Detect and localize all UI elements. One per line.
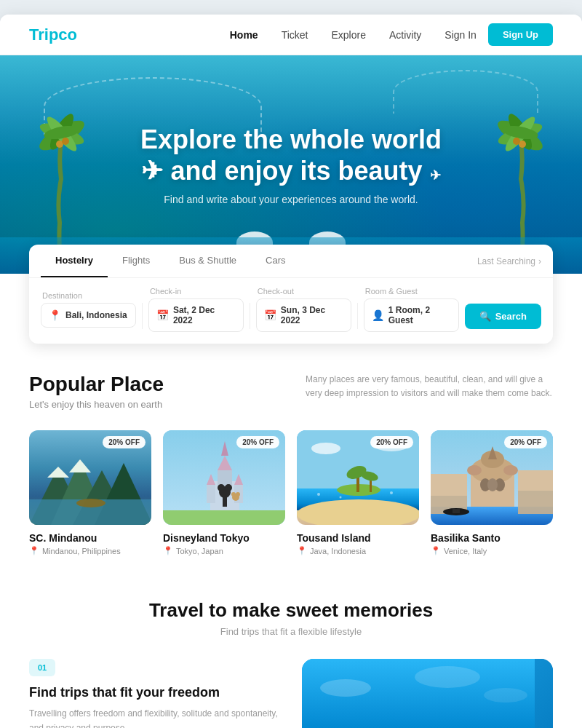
checkin-field: Check-in 📅 Sat, 2 Dec 2022 xyxy=(148,287,244,332)
nav-home[interactable]: Home xyxy=(230,29,258,41)
tab-hostelry[interactable]: Hostelry xyxy=(41,245,108,277)
place-name-4: Basilika Santo xyxy=(431,532,553,544)
signup-button[interactable]: Sign Up xyxy=(488,23,553,46)
memories-left: 01 Find trips that fit your freedom Trav… xyxy=(29,659,280,728)
place-card-1[interactable]: 20% OFF SC. Mindanou 📍 Mindanou, Philipp… xyxy=(29,430,151,555)
place-img-wrap-2: 20% OFF xyxy=(163,430,285,525)
svg-rect-66 xyxy=(518,470,553,491)
discount-badge-1: 20% OFF xyxy=(103,436,146,448)
nav-ticket[interactable]: Ticket xyxy=(282,29,308,41)
place-name-1: SC. Mindanou xyxy=(29,532,151,544)
hero-section: Explore the whole world ✈ and enjoy its … xyxy=(0,55,582,274)
place-img-wrap-3: 20% OFF xyxy=(297,430,419,525)
hero-title-line2: and enjoy its beauty xyxy=(170,156,422,186)
memories-card-bg xyxy=(302,659,553,728)
discount-badge-2: 20% OFF xyxy=(236,436,279,448)
place-location-1: 📍 Mindanou, Philippines xyxy=(29,546,151,555)
popular-section: Popular Place Let's enjoy this heaven on… xyxy=(0,344,582,570)
svg-point-37 xyxy=(231,492,236,496)
nav-explore[interactable]: Explore xyxy=(331,29,365,41)
svg-point-13 xyxy=(513,138,520,145)
svg-point-50 xyxy=(311,443,340,454)
place-img-wrap-4: 20% OFF xyxy=(431,430,553,525)
navbar: Tripco Home Ticket Explore Activity Sign… xyxy=(0,15,582,55)
place-location-3: 📍 Java, Indonesia xyxy=(297,546,419,555)
tab-bus-shuttle[interactable]: Bus & Shuttle xyxy=(164,245,251,277)
hero-title: Explore the whole world ✈ and enjoy its … xyxy=(140,124,442,186)
checkout-field: Check-out 📅 Sun, 3 Dec 2022 xyxy=(256,287,351,332)
search-fields: Destination 📍 Bali, Indonesia Check-in 📅… xyxy=(29,278,553,332)
discount-badge-4: 20% OFF xyxy=(504,436,547,448)
section-header: Popular Place Let's enjoy this heaven on… xyxy=(29,373,553,410)
memories-content: 01 Find trips that fit your freedom Trav… xyxy=(29,659,553,728)
tab-cars[interactable]: Cars xyxy=(251,245,300,277)
popular-title: Popular Place xyxy=(29,373,276,396)
svg-marker-18 xyxy=(47,467,69,478)
place-card-2[interactable]: 20% OFF Disneyland Tokyo 📍 Tokyo, Japan xyxy=(163,430,285,555)
section-title-block: Popular Place Let's enjoy this heaven on… xyxy=(29,373,276,410)
svg-point-72 xyxy=(484,688,527,703)
place-name-2: Disneyland Tokyo xyxy=(163,532,285,544)
signin-button[interactable]: Sign In xyxy=(445,29,477,41)
location-icon-4: 📍 xyxy=(431,546,441,555)
svg-point-47 xyxy=(317,493,320,496)
destination-field: Destination 📍 Bali, Indonesia xyxy=(41,291,136,328)
room-guest-field: Room & Guest 👤 1 Room, 2 Guest xyxy=(364,287,459,332)
search-container: Hostelry Flights Bus & Shuttle Cars Last… xyxy=(29,245,553,344)
svg-rect-64 xyxy=(431,474,467,496)
step-number: 01 xyxy=(29,659,55,676)
popular-description: Many places are very famous, beautiful, … xyxy=(276,373,553,400)
svg-point-58 xyxy=(503,465,518,475)
svg-rect-31 xyxy=(163,510,285,525)
svg-point-70 xyxy=(320,679,371,697)
svg-point-21 xyxy=(76,499,105,507)
nav-activity[interactable]: Activity xyxy=(389,29,421,41)
svg-point-34 xyxy=(225,484,232,491)
memories-title: Travel to make sweet memories xyxy=(29,599,553,622)
memories-subtitle: Find trips that fit a flexible lifestyle xyxy=(29,626,553,637)
hero-title-line1: Explore the whole world xyxy=(140,124,442,154)
place-location-4: 📍 Venice, Italy xyxy=(431,546,553,555)
svg-point-71 xyxy=(415,666,480,688)
location-icon-2: 📍 xyxy=(163,546,173,555)
calendar-icon-checkin: 📅 xyxy=(156,309,169,321)
place-card-3[interactable]: 20% OFF Tousand Island 📍 Java, Indonesia xyxy=(297,430,419,555)
svg-point-33 xyxy=(218,484,225,491)
flight-path-right xyxy=(393,70,538,114)
svg-rect-27 xyxy=(207,485,215,503)
memories-step-title: Find trips that fit your freedom xyxy=(29,685,280,700)
popular-subtitle: Let's enjoy this heaven on earth xyxy=(29,399,276,410)
divider-1 xyxy=(142,303,143,329)
divider-2 xyxy=(250,303,250,329)
location-icon-3: 📍 xyxy=(297,546,307,555)
location-icon-1: 📍 xyxy=(29,546,39,555)
nav-links: Home Ticket Explore Activity xyxy=(230,28,422,41)
svg-point-49 xyxy=(390,491,393,494)
memories-card: K Kamelia Diana ★ 4.9 xyxy=(302,659,553,728)
destination-input[interactable]: 📍 Bali, Indonesia xyxy=(41,303,136,328)
checkout-input[interactable]: 📅 Sun, 3 Dec 2022 xyxy=(256,298,351,332)
place-img-wrap-1: 20% OFF xyxy=(29,430,151,525)
checkin-input[interactable]: 📅 Sat, 2 Dec 2022 xyxy=(148,298,244,332)
tab-flights[interactable]: Flights xyxy=(108,245,164,277)
place-location-2: 📍 Tokyo, Japan xyxy=(163,546,285,555)
divider-3 xyxy=(357,303,358,329)
hero-title-plane: ✈ xyxy=(141,156,163,186)
svg-rect-68 xyxy=(453,509,460,513)
search-icon: 🔍 xyxy=(479,311,491,322)
svg-point-57 xyxy=(467,465,482,475)
place-card-4[interactable]: 20% OFF Basilika Santo 📍 Venice, Italy xyxy=(431,430,553,555)
svg-point-6 xyxy=(62,138,69,145)
svg-point-48 xyxy=(340,496,342,499)
chevron-right-icon: › xyxy=(538,256,541,266)
room-guest-input[interactable]: 👤 1 Room, 2 Guest xyxy=(364,298,459,332)
person-icon: 👤 xyxy=(372,309,384,321)
memories-step-desc: Travelling offers freedom and flexibilit… xyxy=(29,706,280,728)
calendar-icon-checkout: 📅 xyxy=(264,309,276,321)
last-searching[interactable]: Last Searching › xyxy=(477,256,541,266)
search-button[interactable]: 🔍 Search xyxy=(465,304,541,329)
svg-marker-19 xyxy=(69,459,91,472)
discount-badge-3: 20% OFF xyxy=(370,436,413,448)
memories-section: Travel to make sweet memories Find trips… xyxy=(0,570,582,728)
memories-right: K Kamelia Diana ★ 4.9 xyxy=(302,659,553,728)
